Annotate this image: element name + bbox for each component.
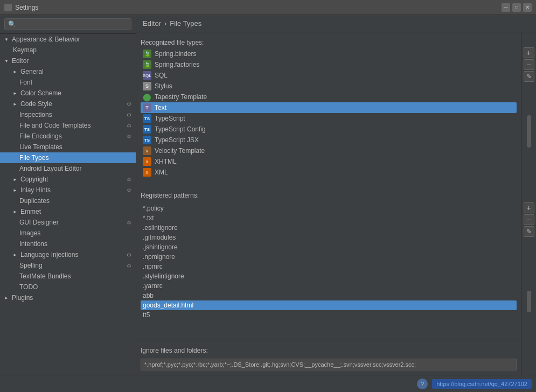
- remove-pattern-button[interactable]: −: [524, 214, 534, 225]
- list-item[interactable]: TS TypeScript JSX: [141, 135, 517, 145]
- list-item[interactable]: 🍃 Spring.binders: [141, 48, 517, 59]
- sidebar-item-images[interactable]: Images: [0, 228, 136, 239]
- sidebar-item-gui-designer[interactable]: GUI Designer ⚙: [0, 217, 136, 228]
- file-type-icon: 🍃: [143, 60, 151, 69]
- file-type-list-container: 🍃 Spring.binders 🍃 Spring.factories SQL: [141, 48, 517, 187]
- gear-icon: ⚙: [127, 252, 131, 258]
- main-container: ▼ Appearance & Behavior Keymap ▼ Editor …: [0, 15, 536, 375]
- list-item[interactable]: TS TypeScript: [141, 113, 517, 124]
- sidebar: ▼ Appearance & Behavior Keymap ▼ Editor …: [0, 15, 136, 375]
- list-item[interactable]: .yarnrc: [141, 281, 517, 291]
- list-item[interactable]: X XML: [141, 167, 517, 178]
- sidebar-item-duplicates[interactable]: Duplicates: [0, 195, 136, 206]
- sidebar-item-emmet[interactable]: ► Emmet: [0, 206, 136, 217]
- sidebar-item-file-types[interactable]: File Types: [0, 152, 136, 163]
- gear-icon: ⚙: [127, 187, 131, 193]
- title-bar: Settings ─ □ ✕: [0, 0, 536, 15]
- list-item[interactable]: tt5: [141, 310, 517, 320]
- sidebar-item-inlay-hints[interactable]: ► Inlay Hints ⚙: [0, 185, 136, 195]
- add-pattern-button[interactable]: +: [524, 202, 534, 213]
- sidebar-item-android-layout-editor[interactable]: Android Layout Editor: [0, 163, 136, 174]
- sidebar-item-spelling[interactable]: Spelling ⚙: [0, 260, 136, 271]
- window-controls[interactable]: ─ □ ✕: [502, 3, 532, 12]
- file-type-icon: 🍃: [143, 50, 151, 58]
- minimize-button[interactable]: ─: [502, 3, 510, 12]
- remove-file-type-button[interactable]: −: [524, 59, 534, 70]
- sidebar-item-language-injections[interactable]: ► Language Injections ⚙: [0, 249, 136, 260]
- file-type-icon: X: [143, 157, 151, 166]
- list-item[interactable]: abb: [141, 291, 517, 300]
- chevron-icon: ▼: [4, 37, 10, 42]
- sidebar-item-live-templates[interactable]: Live Templates: [0, 142, 136, 152]
- file-type-icon: ⬤: [143, 93, 151, 101]
- chevron-icon: ►: [13, 69, 18, 74]
- main-list-area: Recognized file types: 🍃 Spring.binders …: [136, 32, 521, 375]
- sidebar-item-todo[interactable]: TODO: [0, 282, 136, 292]
- sidebar-item-appearance[interactable]: ▼ Appearance & Behavior: [0, 34, 136, 45]
- chevron-icon: ►: [4, 296, 10, 300]
- list-item[interactable]: SQL SQL: [141, 70, 517, 81]
- search-input[interactable]: [4, 18, 131, 30]
- gear-icon: ⚙: [127, 220, 131, 226]
- recognized-label: Recognized file types:: [141, 39, 517, 46]
- file-type-icon: S: [143, 82, 151, 90]
- search-box: [0, 15, 136, 34]
- list-item[interactable]: T Text: [141, 102, 517, 113]
- file-type-icon: TS: [143, 114, 151, 123]
- ignore-input[interactable]: [141, 359, 517, 370]
- breadcrumb-separator: ›: [164, 19, 166, 27]
- breadcrumb-parent: Editor: [143, 19, 161, 27]
- ignore-section: Ignore files and folders:: [136, 340, 521, 375]
- list-item[interactable]: .npmrc: [141, 262, 517, 271]
- file-type-icon: T: [143, 103, 151, 112]
- file-type-icon: SQL: [143, 71, 151, 80]
- list-item[interactable]: S Stylus: [141, 81, 517, 92]
- list-item[interactable]: V Velocity Template: [141, 145, 517, 156]
- sidebar-item-copyright[interactable]: ► Copyright ⚙: [0, 174, 136, 185]
- sidebar-item-keymap[interactable]: Keymap: [0, 45, 136, 55]
- list-item[interactable]: .npmignore: [141, 252, 517, 262]
- sidebar-item-color-scheme[interactable]: ► Color Scheme: [0, 88, 136, 99]
- list-item[interactable]: 🍃 Spring.factories: [141, 59, 517, 70]
- edit-pattern-button[interactable]: ✎: [524, 226, 534, 237]
- gear-icon: ⚙: [127, 101, 131, 107]
- sidebar-item-file-code-templates[interactable]: File and Code Templates ⚙: [0, 120, 136, 131]
- breadcrumb-current: File Types: [170, 19, 201, 27]
- list-item[interactable]: X XHTML: [141, 156, 517, 167]
- list-item[interactable]: .jshintignore: [141, 242, 517, 252]
- sidebar-item-editor[interactable]: ▼ Editor: [0, 55, 136, 66]
- file-type-icon: TS: [143, 136, 151, 144]
- sidebar-item-file-encodings[interactable]: File Encodings ⚙: [0, 131, 136, 142]
- sidebar-item-textmate-bundles[interactable]: TextMate Bundles: [0, 271, 136, 282]
- sidebar-item-intentions[interactable]: Intentions: [0, 239, 136, 249]
- sidebar-item-font[interactable]: Font: [0, 77, 136, 88]
- gear-icon: ⚙: [127, 123, 131, 129]
- chevron-icon: ►: [13, 177, 18, 182]
- window-title: Settings: [15, 4, 38, 11]
- add-file-type-button[interactable]: +: [524, 47, 534, 58]
- chevron-icon: ►: [13, 102, 18, 107]
- maximize-button[interactable]: □: [512, 3, 521, 12]
- list-item[interactable]: .eslintignore: [141, 223, 517, 233]
- close-button[interactable]: ✕: [523, 3, 532, 12]
- pattern-list: *.policy *.txt .eslintignore .gitmodules…: [141, 204, 517, 340]
- list-item[interactable]: *.txt: [141, 213, 517, 223]
- list-item[interactable]: TS TypeScript Config: [141, 124, 517, 135]
- help-button[interactable]: ?: [417, 379, 428, 389]
- list-item[interactable]: .stylelintignore: [141, 271, 517, 281]
- gear-icon: ⚙: [127, 112, 131, 118]
- list-item[interactable]: ⬤ Tapestry Template: [141, 92, 517, 102]
- registered-label: Registered patterns:: [141, 192, 517, 199]
- file-type-icon: V: [143, 146, 151, 155]
- sidebar-item-code-style[interactable]: ► Code Style ⚙: [0, 99, 136, 109]
- chevron-icon: ►: [13, 91, 18, 96]
- list-item[interactable]: .gitmodules: [141, 233, 517, 242]
- chevron-icon: ►: [13, 253, 18, 257]
- url-badge[interactable]: https://blog.csdn.net/qq_42727102: [432, 379, 532, 389]
- list-item[interactable]: goods_detail.html: [141, 300, 517, 310]
- sidebar-item-inspections[interactable]: Inspections ⚙: [0, 109, 136, 120]
- sidebar-item-plugins[interactable]: ► Plugins: [0, 292, 136, 303]
- edit-file-type-button[interactable]: ✎: [524, 71, 534, 82]
- list-item[interactable]: *.policy: [141, 204, 517, 213]
- sidebar-item-general[interactable]: ► General: [0, 66, 136, 77]
